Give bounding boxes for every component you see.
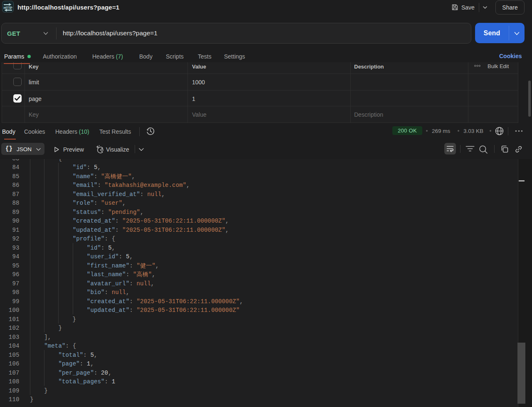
svg-text:HTTP: HTTP [4, 6, 12, 10]
